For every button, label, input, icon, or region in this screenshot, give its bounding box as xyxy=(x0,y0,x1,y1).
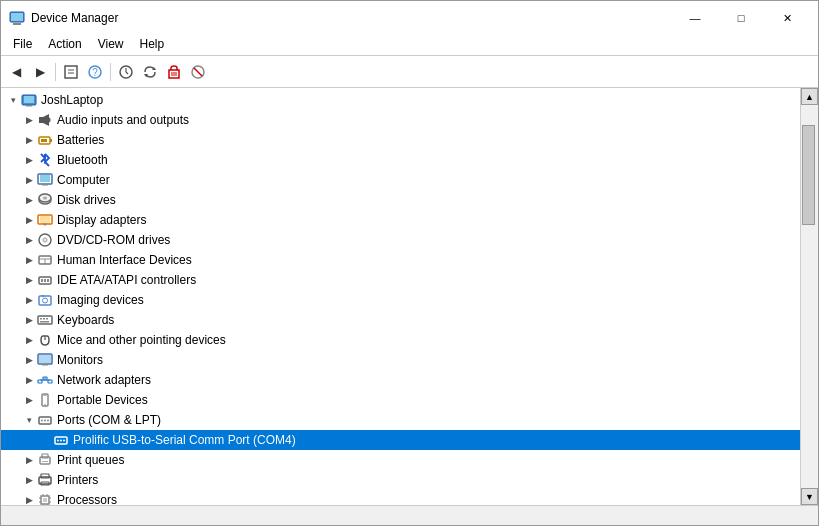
disk-expand[interactable]: ▶ xyxy=(21,192,37,208)
tree-item-computer[interactable]: ▶ Computer xyxy=(1,170,800,190)
svg-rect-44 xyxy=(47,279,49,282)
window-title: Device Manager xyxy=(31,11,118,25)
toolbar-sep2 xyxy=(110,63,111,81)
toolbar-scan[interactable] xyxy=(115,61,137,83)
processors-expand[interactable]: ▶ xyxy=(21,492,37,505)
tree-root[interactable]: ▾ JoshLaptop xyxy=(1,90,800,110)
mice-icon xyxy=(37,332,53,348)
print-queues-expand[interactable]: ▶ xyxy=(21,452,37,468)
svg-rect-43 xyxy=(44,279,46,282)
ide-expand[interactable]: ▶ xyxy=(21,272,37,288)
svg-rect-83 xyxy=(43,498,47,502)
audio-label: Audio inputs and outputs xyxy=(57,113,189,127)
tree-item-ports[interactable]: ▾ Ports (COM & LPT) xyxy=(1,410,800,430)
svg-point-37 xyxy=(44,239,46,241)
prolific-label: Prolific USB-to-Serial Comm Port (COM4) xyxy=(73,433,296,447)
close-button[interactable]: ✕ xyxy=(764,8,810,28)
keyboards-expand[interactable]: ▶ xyxy=(21,312,37,328)
disk-label: Disk drives xyxy=(57,193,116,207)
svg-rect-18 xyxy=(26,105,32,107)
monitors-expand[interactable]: ▶ xyxy=(21,352,37,368)
imaging-label: Imaging devices xyxy=(57,293,144,307)
svg-rect-57 xyxy=(42,364,48,366)
network-expand[interactable]: ▶ xyxy=(21,372,37,388)
computer-expand[interactable]: ▶ xyxy=(21,172,37,188)
audio-expand[interactable]: ▶ xyxy=(21,112,37,128)
toolbar-properties[interactable] xyxy=(60,61,82,83)
root-expand[interactable]: ▾ xyxy=(5,92,21,108)
svg-rect-32 xyxy=(40,216,50,223)
tree-item-printers[interactable]: ▶ Printers xyxy=(1,470,800,490)
root-label: JoshLaptop xyxy=(41,93,103,107)
svg-rect-3 xyxy=(65,66,77,78)
tree-item-bluetooth[interactable]: ▶ Bluetooth xyxy=(1,150,800,170)
tree-item-ide[interactable]: ▶ IDE ATA/ATAPI controllers xyxy=(1,270,800,290)
portable-expand[interactable]: ▶ xyxy=(21,392,37,408)
toolbar-back[interactable]: ◀ xyxy=(5,61,27,83)
svg-rect-48 xyxy=(38,316,52,324)
tree-item-prolific[interactable]: ▶ Prolific USB-to-Serial Comm Port (COM4… xyxy=(1,430,800,450)
toolbar-update[interactable] xyxy=(139,61,161,83)
tree-item-hid[interactable]: ▶ Human Interface Devices xyxy=(1,250,800,270)
tree-item-mice[interactable]: ▶ Mice and other pointing devices xyxy=(1,330,800,350)
tree-item-keyboards[interactable]: ▶ Keyboards xyxy=(1,310,800,330)
menu-action[interactable]: Action xyxy=(40,35,89,53)
svg-rect-2 xyxy=(11,13,23,21)
toolbar-disable[interactable] xyxy=(187,61,209,83)
tree-item-print-queues[interactable]: ▶ Print queues xyxy=(1,450,800,470)
dvd-label: DVD/CD-ROM drives xyxy=(57,233,170,247)
status-bar xyxy=(1,505,818,525)
ide-label: IDE ATA/ATAPI controllers xyxy=(57,273,196,287)
svg-point-68 xyxy=(41,420,43,422)
svg-rect-49 xyxy=(40,318,42,320)
svg-rect-51 xyxy=(46,318,48,320)
tree-item-audio[interactable]: ▶ Audio inputs and outputs xyxy=(1,110,800,130)
minimize-button[interactable]: — xyxy=(672,8,718,28)
svg-rect-24 xyxy=(41,139,47,142)
bluetooth-expand[interactable]: ▶ xyxy=(21,152,37,168)
tree-item-imaging[interactable]: ▶ Imaging devices xyxy=(1,290,800,310)
toolbar-help[interactable]: ? xyxy=(84,61,106,83)
menu-bar: File Action View Help xyxy=(1,33,818,56)
tree-item-disk[interactable]: ▶ Disk drives xyxy=(1,190,800,210)
scroll-up[interactable]: ▲ xyxy=(801,88,818,105)
tree-item-network[interactable]: ▶ Network adapters xyxy=(1,370,800,390)
maximize-button[interactable]: □ xyxy=(718,8,764,28)
batteries-expand[interactable]: ▶ xyxy=(21,132,37,148)
tree-item-portable[interactable]: ▶ Portable Devices xyxy=(1,390,800,410)
toolbar: ◀ ▶ ? xyxy=(1,56,818,88)
toolbar-uninstall[interactable] xyxy=(163,61,185,83)
mice-expand[interactable]: ▶ xyxy=(21,332,37,348)
dvd-expand[interactable]: ▶ xyxy=(21,232,37,248)
menu-help[interactable]: Help xyxy=(132,35,173,53)
scroll-thumb[interactable] xyxy=(802,125,815,225)
tree-item-processors[interactable]: ▶ Processors xyxy=(1,490,800,505)
toolbar-forward[interactable]: ▶ xyxy=(29,61,51,83)
batteries-icon xyxy=(37,132,53,148)
hid-expand[interactable]: ▶ xyxy=(21,252,37,268)
ports-label: Ports (COM & LPT) xyxy=(57,413,161,427)
ports-expand[interactable]: ▾ xyxy=(21,412,37,428)
svg-point-74 xyxy=(63,440,65,442)
computer-icon xyxy=(37,172,53,188)
tree-item-batteries[interactable]: ▶ Batteries xyxy=(1,130,800,150)
imaging-expand[interactable]: ▶ xyxy=(21,292,37,308)
tree-item-dvd[interactable]: ▶ DVD/CD-ROM drives xyxy=(1,230,800,250)
prolific-icon xyxy=(53,432,69,448)
menu-view[interactable]: View xyxy=(90,35,132,53)
svg-text:?: ? xyxy=(92,67,98,78)
network-label: Network adapters xyxy=(57,373,151,387)
dvd-icon xyxy=(37,232,53,248)
display-label: Display adapters xyxy=(57,213,146,227)
mice-label: Mice and other pointing devices xyxy=(57,333,226,347)
tree-item-display[interactable]: ▶ Display adapters xyxy=(1,210,800,230)
hid-label: Human Interface Devices xyxy=(57,253,192,267)
svg-rect-20 xyxy=(39,117,43,123)
printers-expand[interactable]: ▶ xyxy=(21,472,37,488)
tree-item-monitors[interactable]: ▶ Monitors xyxy=(1,350,800,370)
menu-file[interactable]: File xyxy=(5,35,40,53)
svg-rect-77 xyxy=(42,461,48,462)
display-expand[interactable]: ▶ xyxy=(21,212,37,228)
scroll-down[interactable]: ▼ xyxy=(801,488,818,505)
batteries-label: Batteries xyxy=(57,133,104,147)
